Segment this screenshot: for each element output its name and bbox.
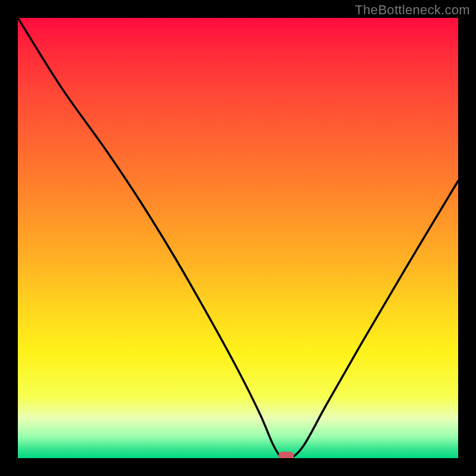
chart-frame: TheBottleneck.com [0,0,476,476]
optimal-marker [278,452,294,458]
bottleneck-curve [18,18,458,458]
watermark-text: TheBottleneck.com [355,2,470,18]
plot-area [18,18,458,458]
